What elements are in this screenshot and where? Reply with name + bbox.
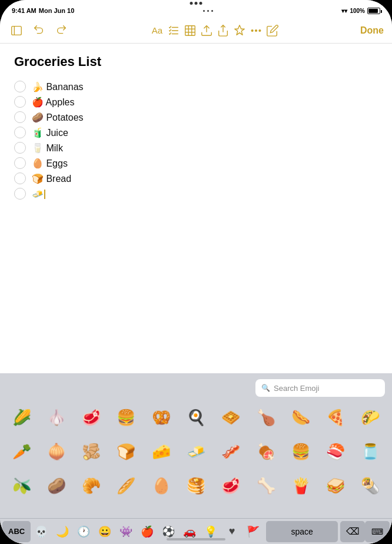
list-item: 🍎 Apples [14,94,378,110]
emoji-cell[interactable]: 🍣 [318,437,352,466]
note-title: Groceries List [14,54,378,69]
list-item: 🧃 Juice [14,125,378,140]
item-label-bananas: 🍌 Bananas [32,81,84,92]
emoji-cell[interactable]: 🥔 [39,471,73,500]
apple-emoji-category[interactable]: 🍎 [137,521,158,542]
keyboard-toggle-button[interactable]: ⌨ [365,521,390,542]
emoji-cell[interactable]: 🌭 [284,403,317,432]
emoji-cell[interactable]: 🍕 [318,403,352,432]
battery-percent: 100% [350,8,365,14]
list-item: 🥚 Eggs [14,155,378,171]
emoji-cell[interactable]: 🍟 [284,471,317,500]
checkbox-juice[interactable] [14,127,26,138]
emoji-cell[interactable]: 🍗 [249,403,283,432]
emoji-cell[interactable]: 🧈 [179,437,212,466]
item-label-juice: 🧃 Juice [32,127,68,138]
checkbox-potatoes[interactable] [14,111,26,123]
emoji-cell[interactable]: 🌯 [354,471,387,500]
emoji-cell[interactable]: 🥪 [318,471,352,500]
undo-button[interactable] [31,22,47,39]
flag-emoji-category[interactable]: 🚩 [242,521,264,542]
emoji-cell[interactable]: 🍞 [109,437,143,466]
space-button[interactable]: space [266,521,338,542]
sidebar-toggle-button[interactable] [8,22,25,39]
emoji-cell[interactable]: 🥓 [214,437,248,466]
checkbox-bread[interactable] [14,173,26,184]
emoji-cell[interactable]: 🫚 [75,437,108,466]
delete-button[interactable]: ⌫ [340,521,365,542]
emoji-cell[interactable]: 🍔 [284,437,317,466]
home-indicator [167,538,225,540]
list-item: 🧈 [14,186,378,201]
item-label-apples: 🍎 Apples [32,97,74,108]
emoji-cell[interactable]: 🍖 [249,437,283,466]
item-label-bread: 🍞 Bread [32,173,71,184]
svg-point-14 [259,29,261,31]
checkbox-butter[interactable] [14,188,26,200]
checklist-button[interactable] [165,22,182,39]
item-label-milk: 🥛 Milk [32,142,63,154]
emoji-cell[interactable]: 🥖 [109,471,143,500]
emoji-cell[interactable]: 🧄 [39,403,73,432]
table-button[interactable] [182,22,198,39]
emoji-cell[interactable]: 🍳 [179,403,212,432]
search-icon: 🔍 [261,384,270,392]
checkbox-milk[interactable] [14,142,26,154]
emoji-cell[interactable]: 🥕 [5,437,38,466]
emoji-keyboard: 🔍 Search Emoji 🌽🧄🥩🍔🥨🍳🧇🍗🌭🍕🌮🥕🧅🫚🍞🧀🧈🥓🍖🍔🍣🫙🫒🥔🥐… [0,373,392,544]
device-frame: 9:41 AM Mon Jun 10 ▾▾ 100% [0,0,392,544]
redo-button[interactable] [53,22,69,39]
svg-rect-0 [12,26,22,35]
status-bar-left: 9:41 AM Mon Jun 10 [12,7,74,14]
emoji-cell[interactable]: 🥩 [75,403,108,432]
emoji-cell[interactable]: 🧅 [39,437,73,466]
status-bar-right: ▾▾ 100% [341,8,380,14]
emoji-cell[interactable]: 🥞 [179,471,212,500]
moon-emoji-category[interactable]: 🌙 [52,521,73,542]
top-camera [190,2,202,5]
emoji-cell[interactable]: 🥐 [75,471,108,500]
font-format-button[interactable]: Aa [149,22,165,39]
share-button[interactable] [215,22,231,39]
checkbox-apples[interactable] [14,96,26,108]
svg-rect-5 [185,25,195,35]
abc-button[interactable]: ABC [2,521,31,542]
status-bar-center [203,10,213,12]
svg-point-13 [255,29,257,31]
attachment-button[interactable] [198,22,215,39]
emoji-cell[interactable]: 🍔 [109,403,143,432]
skull-emoji-category[interactable]: 💀 [31,521,52,542]
emoji-cell[interactable]: 🥩 [214,471,248,500]
emoji-cell[interactable]: 🧇 [214,403,248,432]
emoji-cell[interactable]: 🥚 [144,471,178,500]
item-label-butter: 🧈 [32,188,45,200]
toolbar: Aa Done [0,18,392,44]
alien-emoji-category[interactable]: 👾 [115,521,137,542]
emoji-cell[interactable]: 🥨 [144,403,178,432]
done-button[interactable]: Done [360,25,384,36]
search-placeholder: Search Emoji [274,384,319,393]
emoji-search-bar[interactable]: 🔍 Search Emoji [255,379,385,397]
emoji-cell[interactable]: 🫙 [354,437,387,466]
emoji-search-row: 🔍 Search Emoji [0,373,392,400]
emoji-grid: 🌽🧄🥩🍔🥨🍳🧇🍗🌭🍕🌮🥕🧅🫚🍞🧀🧈🥓🍖🍔🍣🫙🫒🥔🥐🥖🥚🥞🥩🦴🍟🥪🌯 [0,400,392,506]
emoji-cell[interactable]: 🦴 [249,471,283,500]
emoji-cell[interactable]: 🧀 [144,437,178,466]
list-item: 🥛 Milk [14,140,378,155]
emoji-cell[interactable]: 🫒 [5,471,38,500]
list-item: 🍞 Bread [14,171,378,186]
date-display: Mon Jun 10 [39,7,75,14]
checkbox-bananas[interactable] [14,81,26,92]
battery-icon [367,8,380,14]
note-content-area: Groceries List 🍌 Bananas 🍎 Apples 🥔 Pota… [0,44,392,385]
emoji-cell[interactable]: 🌽 [5,403,38,432]
more-button[interactable] [248,22,264,39]
smiley-emoji-category[interactable]: 😀 [94,521,115,542]
checkbox-eggs[interactable] [14,157,26,169]
toolbar-left [8,22,69,39]
pin-button[interactable] [231,22,248,39]
clock-emoji-category[interactable]: 🕐 [73,521,94,542]
compose-button[interactable] [264,22,281,39]
toolbar-center: Aa [74,22,356,39]
emoji-cell[interactable]: 🌮 [354,403,387,432]
